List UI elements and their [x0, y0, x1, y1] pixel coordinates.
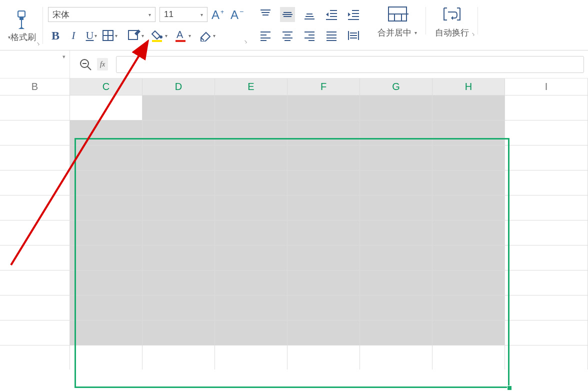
cell[interactable] [215, 270, 288, 296]
dropdown-caret-icon[interactable]: ▾ [414, 30, 417, 36]
cell[interactable] [360, 146, 432, 170]
cell[interactable] [70, 196, 142, 220]
cell[interactable] [0, 220, 70, 246]
cell[interactable] [70, 170, 142, 196]
align-right-button[interactable] [302, 28, 317, 43]
cell[interactable] [70, 146, 142, 170]
cell[interactable] [288, 146, 360, 170]
column-header-D[interactable]: D [142, 78, 215, 95]
cell[interactable] [432, 170, 505, 196]
formula-input[interactable] [116, 56, 584, 73]
cell[interactable] [360, 346, 432, 370]
cell[interactable] [505, 346, 588, 370]
cell[interactable] [142, 146, 215, 170]
cell[interactable] [70, 120, 142, 146]
cell[interactable] [360, 196, 432, 220]
format-painter-button[interactable] [12, 10, 30, 30]
cell[interactable] [360, 96, 432, 120]
cell[interactable] [288, 320, 360, 346]
column-header-E[interactable]: E [215, 78, 288, 95]
column-header-B[interactable]: B [0, 78, 70, 95]
cell[interactable] [360, 246, 432, 270]
decrease-font-button[interactable]: A− [230, 7, 246, 22]
cell[interactable] [0, 246, 70, 270]
italic-button[interactable]: I [66, 28, 81, 43]
spreadsheet-grid[interactable]: BCDEFGHI [0, 78, 588, 370]
cell[interactable] [432, 220, 505, 246]
increase-font-button[interactable]: A+ [212, 7, 226, 22]
cell[interactable] [215, 246, 288, 270]
fill-color-button[interactable]: ▾ [151, 28, 168, 43]
cell[interactable] [142, 346, 215, 370]
cell[interactable] [288, 120, 360, 146]
cell[interactable] [142, 246, 215, 270]
cell[interactable] [70, 246, 142, 270]
cell[interactable] [70, 96, 142, 120]
cell[interactable] [505, 246, 588, 270]
cell[interactable] [360, 220, 432, 246]
cell[interactable] [0, 146, 70, 170]
cell[interactable] [142, 96, 215, 120]
align-middle-button[interactable] [280, 7, 295, 22]
align-bottom-button[interactable] [302, 7, 317, 22]
cell[interactable] [360, 320, 432, 346]
eraser-button[interactable]: ▾ [198, 28, 216, 43]
cell[interactable] [505, 196, 588, 220]
cell[interactable] [432, 120, 505, 146]
cell[interactable] [0, 346, 70, 370]
group-expand-icon[interactable]: ⌐ [470, 30, 477, 38]
cell[interactable] [215, 296, 288, 320]
cell[interactable] [0, 120, 70, 146]
cell[interactable] [215, 220, 288, 246]
cell[interactable] [432, 296, 505, 320]
selection-fill-handle[interactable] [507, 386, 512, 390]
font-color-button[interactable]: A▾ [174, 28, 191, 43]
fx-button[interactable]: fx [97, 58, 108, 70]
cell[interactable] [505, 170, 588, 196]
cell[interactable] [215, 196, 288, 220]
increase-indent-button[interactable] [346, 7, 361, 22]
cell[interactable] [0, 196, 70, 220]
cell[interactable] [142, 120, 215, 146]
cell[interactable] [288, 170, 360, 196]
cell[interactable] [0, 320, 70, 346]
cell[interactable] [505, 220, 588, 246]
font-size-select[interactable]: 11 ▾ [160, 7, 208, 22]
zoom-out-button[interactable] [78, 57, 93, 72]
borders-button[interactable]: ▾ [102, 28, 118, 43]
cell[interactable] [142, 220, 215, 246]
cell[interactable] [70, 270, 142, 296]
cell[interactable] [70, 220, 142, 246]
cell[interactable] [70, 296, 142, 320]
cell[interactable] [70, 346, 142, 370]
cell[interactable] [505, 146, 588, 170]
decrease-indent-button[interactable] [324, 7, 339, 22]
cell[interactable] [505, 96, 588, 120]
cell[interactable] [288, 296, 360, 320]
cell[interactable] [215, 120, 288, 146]
distribute-button[interactable] [346, 28, 361, 43]
cell[interactable] [215, 170, 288, 196]
column-header-C[interactable]: C [70, 78, 142, 95]
align-left-button[interactable] [258, 28, 273, 43]
cell[interactable] [432, 196, 505, 220]
bold-button[interactable]: B [48, 28, 63, 43]
cell[interactable] [142, 320, 215, 346]
cell[interactable] [0, 170, 70, 196]
cell[interactable] [432, 96, 505, 120]
cell[interactable] [0, 96, 70, 120]
column-header-H[interactable]: H [432, 78, 505, 95]
justify-button[interactable] [324, 28, 339, 43]
cell[interactable] [142, 296, 215, 320]
cell[interactable] [142, 170, 215, 196]
cell[interactable] [215, 320, 288, 346]
cell[interactable] [288, 346, 360, 370]
align-center-button[interactable] [280, 28, 295, 43]
cell[interactable] [215, 146, 288, 170]
column-header-F[interactable]: F [288, 78, 360, 95]
cell[interactable] [215, 346, 288, 370]
cell[interactable] [432, 246, 505, 270]
cell[interactable] [432, 320, 505, 346]
cell[interactable] [70, 320, 142, 346]
draw-border-button[interactable]: ▾ [128, 28, 144, 43]
